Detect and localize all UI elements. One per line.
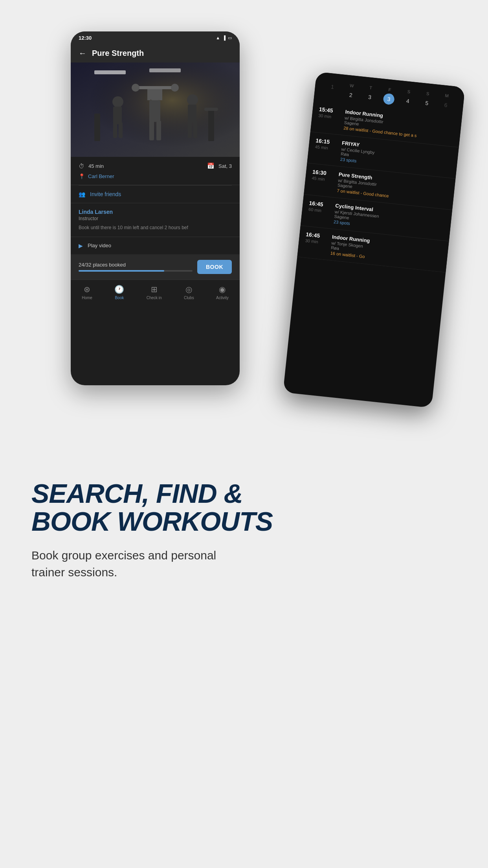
cal-day-letter-f: F xyxy=(388,87,391,92)
cal-day-t[interactable]: T 3 xyxy=(361,85,380,103)
prev-day-num: 1 xyxy=(327,81,339,93)
hero-image-inner xyxy=(71,63,240,157)
cal-day-letter-t: T xyxy=(369,85,372,90)
nav-home-label: Home xyxy=(82,296,92,300)
location-row[interactable]: 📍 Carl Berner xyxy=(79,173,232,179)
svg-rect-22 xyxy=(204,108,218,111)
nav-home[interactable]: ⊛ Home xyxy=(82,285,92,300)
svg-rect-16 xyxy=(119,122,123,138)
play-video-row[interactable]: ▶ Play video xyxy=(71,237,240,254)
play-icon: ▶ xyxy=(79,243,83,249)
book-icon: 🕐 xyxy=(114,285,124,294)
class-date: Sat, 3 xyxy=(218,163,232,169)
cal-day-num-4: 4 xyxy=(402,95,414,107)
bottom-text-section: SEARCH, FIND &BOOK WORKOUTS Book group e… xyxy=(0,456,488,612)
activity-icon: ◉ xyxy=(219,285,226,294)
nav-checkin[interactable]: ⊞ Check in xyxy=(147,285,162,300)
battery-icon: ▭ xyxy=(228,35,232,40)
phone-primary: 12:30 ▲ ▐ ▭ ← Pure Strength xyxy=(71,31,240,385)
svg-point-7 xyxy=(132,84,139,92)
cal-day-f[interactable]: F 3 xyxy=(380,86,398,105)
clock-icon: ⏱ xyxy=(79,163,84,169)
cal-day-num-3: 3 xyxy=(364,91,376,103)
svg-rect-2 xyxy=(94,70,126,74)
invite-icon: 👥 xyxy=(79,191,85,197)
svg-rect-12 xyxy=(156,121,161,140)
status-icons: ▲ ▐ ▭ xyxy=(216,35,232,40)
hero-svg xyxy=(71,63,240,157)
back-button[interactable]: ← xyxy=(79,49,86,58)
nav-activity[interactable]: ◉ Activity xyxy=(216,285,229,300)
svg-point-8 xyxy=(171,84,179,92)
nav-book-label: Book xyxy=(115,296,124,300)
bottom-nav: ⊛ Home 🕐 Book ⊞ Check in ◎ Clubs ◉ Ac xyxy=(71,280,240,305)
location-pin-icon: 📍 xyxy=(79,173,85,179)
cal-day-s2[interactable]: S 5 xyxy=(418,90,437,109)
class-time-block-0: 15:45 30 min xyxy=(318,106,341,120)
svg-rect-15 xyxy=(113,122,117,138)
cal-day-w[interactable]: W 2 xyxy=(341,83,360,101)
cal-day-letter-w: W xyxy=(350,83,354,88)
invite-label: Invite friends xyxy=(90,191,121,197)
signal-icon: ▐ xyxy=(222,35,226,40)
hero-image xyxy=(71,63,240,157)
svg-rect-3 xyxy=(149,68,181,72)
instructor-note: Book until there is 10 min left and canc… xyxy=(79,224,232,231)
calendar-icon: 📅 xyxy=(207,162,215,169)
cal-day-s1[interactable]: S 4 xyxy=(399,88,418,107)
clubs-icon: ◎ xyxy=(185,285,192,294)
class-list: 15:45 30 min Indoor Running w/ Birgitta … xyxy=(297,101,462,273)
time-date-row: ⏱ 45 min 📅 Sat, 3 xyxy=(79,162,232,169)
svg-rect-23 xyxy=(94,114,100,141)
cal-day-m[interactable]: M 6 xyxy=(437,92,455,111)
book-button[interactable]: BOOK xyxy=(197,260,232,274)
class-time-block-3: 16:45 60 min xyxy=(308,200,331,214)
progress-bar-fill xyxy=(79,270,164,272)
class-time-block-2: 16:30 45 min xyxy=(312,169,334,183)
svg-point-13 xyxy=(112,96,123,107)
nav-clubs[interactable]: ◎ Clubs xyxy=(184,285,194,300)
svg-rect-5 xyxy=(149,100,160,122)
cal-day-num-2: 2 xyxy=(345,89,357,101)
checkin-icon: ⊞ xyxy=(151,285,158,294)
class-details-4: Indoor Running w/ Tonje Skogen Røa 16 on… xyxy=(330,234,442,267)
screen-title: Pure Strength xyxy=(92,49,144,58)
svg-rect-6 xyxy=(136,86,175,89)
class-duration: 45 min xyxy=(88,163,104,169)
svg-rect-18 xyxy=(188,105,196,122)
svg-point-17 xyxy=(187,94,198,105)
svg-rect-9 xyxy=(147,89,150,100)
wifi-icon: ▲ xyxy=(216,35,220,40)
instructor-name: Linda Larsen xyxy=(79,209,232,215)
instructor-section: Linda Larsen Instructor Book until there… xyxy=(71,203,240,237)
class-time-block-1: 16:15 45 min xyxy=(315,137,338,151)
class-info-section: ⏱ 45 min 📅 Sat, 3 📍 Carl Berner xyxy=(71,157,240,185)
svg-rect-21 xyxy=(208,110,214,141)
subtext: Book group exercises and personaltrainer… xyxy=(31,547,457,581)
cal-day-letter-s1: S xyxy=(407,89,411,94)
booking-text: 24/32 places booked xyxy=(79,262,193,268)
cal-day-letter-s2: S xyxy=(426,91,430,96)
cal-day-1[interactable]: 1 xyxy=(323,81,341,99)
invite-friends-row[interactable]: 👥 Invite friends xyxy=(71,186,240,203)
booking-bar: 24/32 places booked BOOK xyxy=(71,254,240,280)
nav-checkin-label: Check in xyxy=(147,296,162,300)
cal-day-num-5: 5 xyxy=(421,97,433,109)
cal-day-letter-m: M xyxy=(445,93,449,98)
play-video-label: Play video xyxy=(88,243,111,248)
nav-book[interactable]: 🕐 Book xyxy=(114,285,124,300)
page-wrapper: 12:30 ▲ ▐ ▭ ← Pure Strength xyxy=(0,0,488,868)
svg-rect-20 xyxy=(193,120,197,138)
status-bar: 12:30 ▲ ▐ ▭ xyxy=(71,31,240,44)
home-icon: ⊛ xyxy=(84,285,90,294)
phones-area: 12:30 ▲ ▐ ▭ ← Pure Strength xyxy=(0,0,488,456)
svg-rect-19 xyxy=(188,120,192,138)
nav-activity-label: Activity xyxy=(216,296,229,300)
class-location: Carl Berner xyxy=(88,173,114,179)
app-header: ← Pure Strength xyxy=(71,44,240,63)
svg-rect-11 xyxy=(149,121,154,140)
svg-rect-14 xyxy=(113,107,122,124)
phone-secondary: 1 W 2 T 3 F 3 S xyxy=(283,72,465,408)
cal-day-num-active: 3 xyxy=(383,93,395,105)
cal-day-num-6: 6 xyxy=(440,99,452,111)
